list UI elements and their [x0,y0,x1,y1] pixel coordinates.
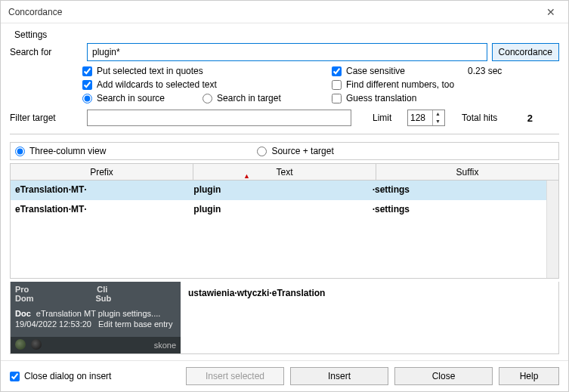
put-quotes-input[interactable] [82,66,92,76]
case-sensitive-checkbox[interactable]: Case sensitive [332,66,468,76]
search-row: Search for Concordance [10,43,559,61]
detail-meta-top: Pro Cli Dom Sub Doc eTranslation MT plug… [11,282,181,337]
cell-prefix: eTranslation·MT· [11,200,189,220]
meta-pro-label: Pro [15,285,29,294]
window-title: Concordance [8,7,62,17]
search-scope-radios: Search in source Search in target [82,93,332,103]
insert-selected-button: Insert selected [186,367,284,385]
find-diff-numbers-checkbox[interactable]: Find different numbers, too [332,79,468,90]
search-source-input[interactable] [82,94,92,103]
put-quotes-label: Put selected text in quotes [97,66,203,76]
help-button[interactable]: Help [499,367,559,385]
put-quotes-checkbox[interactable]: Put selected text in quotes [82,66,332,76]
cell-text: plugin [189,181,367,200]
three-column-label: Three-column view [29,146,106,156]
meta-user: skone [154,341,176,350]
close-on-insert-checkbox[interactable]: Close dialog on insert [10,371,180,381]
search-timing: 0.23 sec [468,66,513,76]
insert-button[interactable]: Insert [290,367,388,385]
nav-prev-icon[interactable] [15,339,26,350]
footer: Close dialog on insert Insert selected I… [1,360,568,391]
meta-action: Edit term base entry [98,319,172,329]
col-prefix[interactable]: Prefix [11,164,193,180]
options-right: Case sensitive Find different numbers, t… [332,66,468,103]
meta-timestamp: 19/04/2022 12:53:20 [15,319,91,329]
concordance-window: Concordance ✕ Settings Search for Concor… [0,0,569,392]
case-sensitive-label: Case sensitive [346,66,405,76]
search-source-label: Search in source [97,93,165,103]
content-area: Settings Search for Concordance Put sele… [1,23,568,360]
chevron-down-icon[interactable]: ▼ [433,118,443,125]
filter-row: Filter target Limit ▲ ▼ Total hits 2 [10,110,559,126]
search-target-radio[interactable]: Search in target [203,93,281,103]
limit-label: Limit [373,113,403,123]
case-sensitive-input[interactable] [332,66,342,76]
nav-next-icon[interactable] [31,339,42,350]
close-icon[interactable]: ✕ [540,3,562,21]
search-input[interactable] [87,43,487,61]
chevron-up-icon[interactable]: ▲ [433,110,443,118]
guess-translation-checkbox[interactable]: Guess translation [332,93,468,103]
cell-suffix: ·settings [368,200,546,220]
find-diff-numbers-input[interactable] [332,80,342,90]
detail-translation: ustawienia·wtyczki·eTranslation [181,282,558,353]
cell-text: plugin [189,200,367,220]
limit-value[interactable] [408,113,432,123]
concordance-button[interactable]: Concordance [492,43,559,61]
cell-suffix: ·settings [368,181,546,200]
col-text[interactable]: ▲Text [193,164,376,180]
meta-doc-label: Doc [15,309,31,318]
close-button[interactable]: Close [394,367,493,385]
limit-stepper[interactable]: ▲ ▼ [407,110,445,126]
search-label: Search for [10,47,82,57]
source-target-label: Source + target [271,146,333,156]
separator [10,134,559,134]
add-wildcards-label: Add wildcards to selected text [97,79,217,90]
options-area: Put selected text in quotes Add wildcard… [10,66,559,103]
search-target-label: Search in target [217,93,281,103]
add-wildcards-input[interactable] [82,80,92,90]
guess-translation-label: Guess translation [346,93,416,103]
scrollbar[interactable] [546,181,558,278]
table-body-wrap: eTranslation·MT· plugin ·settings eTrans… [11,181,558,278]
close-on-insert-input[interactable] [10,372,20,381]
table-row[interactable]: eTranslation·MT· plugin ·settings [11,200,546,220]
total-hits-label: Total hits [462,113,515,123]
filter-label: Filter target [10,113,82,123]
find-diff-numbers-label: Find different numbers, too [346,79,454,90]
col-suffix[interactable]: Suffix [376,164,558,180]
meta-sub-label: Sub [95,294,111,303]
meta-cli-label: Cli [97,285,107,294]
detail-meta-panel: Pro Cli Dom Sub Doc eTranslation MT plug… [11,282,181,353]
table-header: Prefix ▲Text Suffix [11,164,558,181]
search-source-radio[interactable]: Search in source [82,93,165,103]
meta-dom-label: Dom [15,294,33,303]
table-row[interactable]: eTranslation·MT· plugin ·settings [11,181,546,200]
source-target-input[interactable] [257,147,267,156]
close-on-insert-label: Close dialog on insert [24,371,111,381]
total-hits-value: 2 [519,113,533,124]
titlebar: Concordance ✕ [1,1,568,23]
table-body: eTranslation·MT· plugin ·settings eTrans… [11,181,546,278]
detail-panel: Pro Cli Dom Sub Doc eTranslation MT plug… [10,282,559,354]
cell-prefix: eTranslation·MT· [11,181,189,200]
results-table: Prefix ▲Text Suffix eTranslation·MT· plu… [10,163,559,279]
search-target-input[interactable] [203,94,212,103]
source-target-radio[interactable]: Source + target [257,146,333,156]
filter-input[interactable] [87,110,351,126]
options-left: Put selected text in quotes Add wildcard… [82,66,332,103]
add-wildcards-checkbox[interactable]: Add wildcards to selected text [82,79,332,90]
guess-translation-input[interactable] [332,94,342,103]
settings-group-label: Settings [14,29,559,40]
limit-arrows[interactable]: ▲ ▼ [432,110,443,125]
three-column-radio[interactable]: Three-column view [15,146,106,156]
three-column-input[interactable] [15,147,25,156]
meta-doc-value: eTranslation MT plugin settings.... [36,309,160,318]
sort-asc-icon: ▲ [243,168,250,184]
detail-nav-bar: skone [11,337,181,353]
view-toggle: Three-column view Source + target [10,142,559,160]
